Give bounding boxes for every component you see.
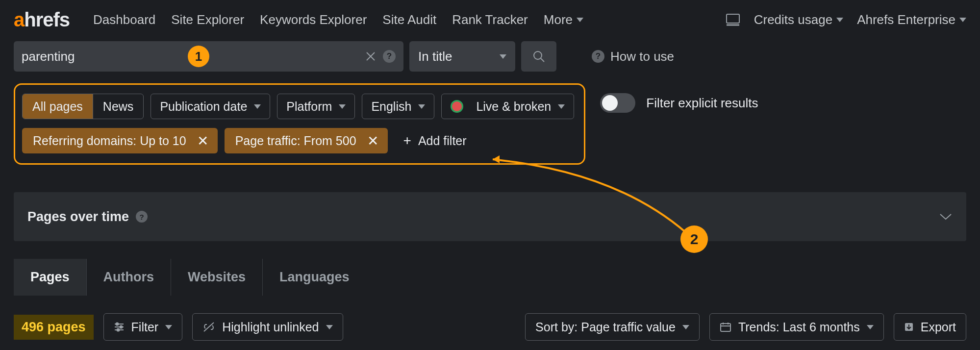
nav-rank-tracker[interactable]: Rank Tracker xyxy=(452,12,528,27)
sort-label: Sort by: Page traffic value xyxy=(535,320,676,334)
search-box: 1 ? xyxy=(14,41,403,72)
credits-usage[interactable]: Credits usage xyxy=(754,12,843,27)
explicit-toggle-label: Filter explicit results xyxy=(646,96,758,111)
page-type-segment: All pages News xyxy=(22,94,144,119)
chevron-down-icon xyxy=(418,104,425,109)
close-icon[interactable]: ✕ xyxy=(365,133,381,149)
how-to-use-link[interactable]: ? How to use xyxy=(592,49,674,64)
help-icon[interactable]: ? xyxy=(136,211,148,223)
filter-button[interactable]: Filter xyxy=(103,313,183,341)
live-broken-filter[interactable]: Live & broken xyxy=(441,94,574,119)
export-button[interactable]: Export xyxy=(894,313,966,341)
language-filter[interactable]: English xyxy=(362,94,434,119)
chevron-down-icon xyxy=(682,325,689,329)
svg-line-13 xyxy=(204,323,214,331)
chevron-down-icon xyxy=(959,18,966,22)
language-label: English xyxy=(371,100,411,114)
tab-websites[interactable]: Websites xyxy=(171,259,263,296)
top-nav: ahrefs Dashboard Site Explorer Keywords … xyxy=(0,0,980,39)
search-icon xyxy=(532,50,545,63)
trends-label: Trends: Last 6 months xyxy=(738,320,860,334)
nav-dashboard[interactable]: Dashboard xyxy=(93,12,155,27)
svg-point-12 xyxy=(117,329,119,331)
how-to-use-label: How to use xyxy=(610,49,674,64)
nav-site-explorer[interactable]: Site Explorer xyxy=(171,12,244,27)
plus-icon: + xyxy=(403,133,411,149)
chevron-down-icon xyxy=(577,18,583,22)
device-icon[interactable] xyxy=(726,13,740,26)
panel-title-text: Pages over time xyxy=(27,209,129,225)
publication-date-label: Publication date xyxy=(160,100,247,114)
chevron-down-icon xyxy=(339,104,346,109)
search-button[interactable] xyxy=(521,41,556,72)
annotation-arrow xyxy=(493,157,704,245)
add-filter-label: Add filter xyxy=(418,134,467,148)
filter-row-1: All pages News Publication date Platform… xyxy=(22,94,574,119)
help-icon: ? xyxy=(592,50,604,63)
calendar-icon xyxy=(720,322,731,332)
clear-input-button[interactable] xyxy=(365,51,376,62)
logo-rest: hrefs xyxy=(24,9,70,31)
tab-authors[interactable]: Authors xyxy=(87,259,172,296)
nav-more[interactable]: More xyxy=(544,12,583,27)
annotation-badge-2: 2 xyxy=(680,225,708,253)
live-broken-label: Live & broken xyxy=(476,100,551,114)
credits-label: Credits usage xyxy=(754,12,832,27)
svg-marker-6 xyxy=(493,155,500,163)
svg-point-11 xyxy=(120,326,122,328)
explicit-toggle-row: Filter explicit results xyxy=(600,93,758,113)
search-input[interactable] xyxy=(22,49,181,64)
add-filter-button[interactable]: + Add filter xyxy=(395,128,476,153)
results-toolbar: 496 pages Filter Highlight unlinked Sort… xyxy=(14,313,966,341)
segment-all-pages[interactable]: All pages xyxy=(23,94,93,119)
svg-point-10 xyxy=(116,323,118,325)
tab-languages[interactable]: Languages xyxy=(263,259,366,296)
panel-title: Pages over time ? xyxy=(27,209,148,225)
results-count: 496 pages xyxy=(14,315,94,340)
account-label: Ahrefs Enterprise xyxy=(857,12,955,27)
chevron-down-icon xyxy=(326,325,333,329)
tab-pages[interactable]: Pages xyxy=(14,259,87,296)
chevron-down-icon[interactable] xyxy=(939,212,953,221)
nav-more-label: More xyxy=(544,12,573,27)
live-broken-icon xyxy=(451,100,463,113)
pages-over-time-panel[interactable]: Pages over time ? xyxy=(14,192,966,241)
filter-icon xyxy=(114,322,125,332)
explicit-toggle[interactable] xyxy=(600,93,635,113)
close-icon xyxy=(365,51,376,62)
chevron-down-icon xyxy=(558,104,565,109)
account-menu[interactable]: Ahrefs Enterprise xyxy=(857,12,966,27)
help-icon[interactable]: ? xyxy=(383,50,396,63)
unlinked-icon xyxy=(202,322,215,332)
chip-referring-domains-label: Referring domains: Up to 10 xyxy=(33,134,186,148)
nav-site-audit[interactable]: Site Audit xyxy=(382,12,436,27)
chevron-down-icon xyxy=(836,18,843,22)
search-mode-select[interactable]: In title xyxy=(409,41,515,72)
chip-page-traffic[interactable]: Page traffic: From 500 ✕ xyxy=(225,128,388,153)
sort-button[interactable]: Sort by: Page traffic value xyxy=(525,313,700,341)
nav-keywords-explorer[interactable]: Keywords Explorer xyxy=(260,12,367,27)
svg-rect-0 xyxy=(727,14,739,23)
chip-page-traffic-label: Page traffic: From 500 xyxy=(235,134,356,148)
filters-panel: All pages News Publication date Platform… xyxy=(14,83,585,165)
publication-date-filter[interactable]: Publication date xyxy=(151,94,270,119)
svg-line-5 xyxy=(541,58,544,62)
download-icon xyxy=(904,322,914,332)
logo[interactable]: ahrefs xyxy=(14,9,70,31)
highlight-unlinked-label: Highlight unlinked xyxy=(222,320,319,334)
segment-news[interactable]: News xyxy=(93,94,144,119)
trends-button[interactable]: Trends: Last 6 months xyxy=(709,313,884,341)
toggle-knob xyxy=(602,95,618,111)
svg-point-4 xyxy=(534,51,542,59)
highlight-unlinked-button[interactable]: Highlight unlinked xyxy=(192,313,343,341)
filter-button-label: Filter xyxy=(131,320,159,334)
platform-filter[interactable]: Platform xyxy=(277,94,355,119)
chevron-down-icon xyxy=(165,325,172,329)
nav-right: Credits usage Ahrefs Enterprise xyxy=(726,12,966,27)
annotation-badge-1: 1 xyxy=(188,46,209,67)
svg-rect-14 xyxy=(721,324,730,331)
export-label: Export xyxy=(921,320,956,334)
close-icon[interactable]: ✕ xyxy=(195,133,211,149)
chip-referring-domains[interactable]: Referring domains: Up to 10 ✕ xyxy=(22,128,218,153)
logo-a: a xyxy=(14,9,24,31)
